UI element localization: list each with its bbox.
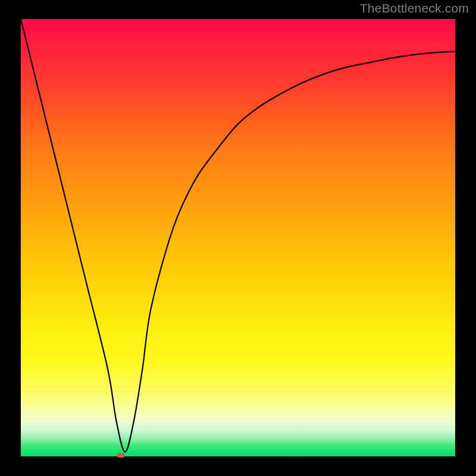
plot-area — [21, 19, 455, 456]
dip-marker — [117, 453, 125, 458]
watermark-text: TheBottleneck.com — [360, 1, 469, 15]
curve-svg — [21, 19, 455, 456]
chart-frame: TheBottleneck.com — [0, 0, 476, 476]
curve-line — [21, 19, 455, 452]
